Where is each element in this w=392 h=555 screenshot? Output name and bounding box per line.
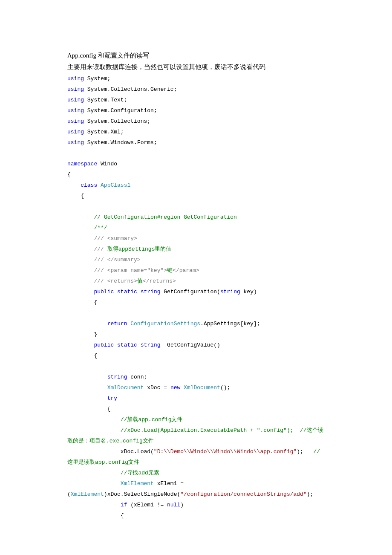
xml-comment: <param name="key">	[107, 267, 167, 274]
xml-comment: ///	[94, 257, 107, 263]
comment: 取得appSettings里的值	[104, 246, 172, 252]
xml-comment: <summary>	[107, 235, 137, 242]
code-text: {	[67, 353, 97, 359]
code-block: if (xElem1 != null) {	[67, 500, 325, 521]
code-text	[67, 416, 121, 423]
code-block: //xDoc.Load(Application.ExecutablePath +…	[67, 425, 325, 500]
xml-comment: ///	[94, 278, 107, 284]
code-text	[67, 480, 121, 487]
code-text: System;	[84, 75, 110, 82]
keyword: null	[167, 502, 180, 508]
document-page: App.config 和配置文件的读写 主要用来读取数据库连接，当然也可以设置其…	[0, 0, 392, 555]
code-text	[67, 321, 107, 327]
code-text: );	[297, 448, 313, 455]
code-text: {	[67, 299, 97, 306]
keyword: class	[81, 182, 97, 188]
code-text: );	[307, 491, 314, 497]
keyword: using	[67, 118, 84, 124]
code-text	[67, 384, 107, 391]
code-text: System.Xml;	[84, 129, 124, 135]
code-text: System.Text;	[84, 97, 127, 103]
code-text: System.Windows.Forms;	[84, 139, 157, 146]
code-text	[180, 384, 184, 391]
code-text	[67, 395, 107, 402]
keyword: using	[67, 107, 84, 114]
type: XmlDocument	[107, 384, 144, 391]
comment: 值	[137, 278, 143, 284]
code-text	[67, 342, 94, 348]
code-text: xDoc =	[144, 384, 170, 391]
xml-comment: </param>	[173, 267, 199, 274]
keyword: string	[141, 289, 161, 295]
code-text	[114, 289, 117, 295]
code-text: .AppSettings[key];	[200, 321, 260, 327]
code-text: key)	[240, 289, 257, 295]
code-text	[137, 342, 141, 348]
type: XmlElement	[121, 480, 154, 487]
code-text: System.Configuration;	[84, 107, 157, 114]
code-text	[67, 427, 121, 434]
keyword: if	[121, 502, 127, 508]
keyword: public	[94, 342, 114, 348]
code-text	[67, 257, 94, 263]
keyword: static	[117, 342, 137, 348]
code-text	[67, 374, 107, 380]
keyword: using	[67, 75, 84, 82]
code-text	[67, 182, 81, 188]
xml-comment: </summary>	[107, 257, 141, 263]
code-text: conn;	[127, 374, 147, 380]
comment: //寻找add元素	[121, 470, 159, 476]
keyword: using	[67, 129, 84, 135]
type: XmlElement	[71, 491, 104, 497]
code-text: )	[180, 502, 184, 508]
code-text: Windo	[97, 161, 117, 167]
code-text: {	[67, 406, 110, 412]
code-text: {	[67, 171, 71, 178]
code-text	[67, 225, 94, 231]
code-text: )xDoc.SelectSingleNode(	[104, 491, 180, 497]
keyword: string	[141, 342, 161, 348]
xml-comment: ///	[94, 235, 107, 242]
code-text: xDoc.Load(	[67, 448, 154, 455]
code-text	[67, 267, 94, 274]
code-text: GetConfigValue()	[160, 342, 220, 348]
code-block: using System; using System.Collections.G…	[67, 73, 325, 425]
code-text: (xElem1 !=	[127, 502, 167, 508]
comment: 键	[167, 267, 173, 274]
keyword: return	[107, 321, 127, 327]
keyword: using	[67, 86, 84, 92]
xml-comment: ///	[94, 267, 107, 274]
comment: // GetConfiguration#region GetConfigurat…	[94, 214, 236, 220]
string: "/configuration/connectionStrings/add"	[180, 491, 306, 497]
code-text	[67, 278, 94, 284]
code-text	[67, 502, 121, 508]
code-text: GetConfiguration(	[160, 289, 220, 295]
code-text: }	[67, 331, 97, 338]
keyword: namespace	[67, 161, 97, 167]
keyword: new	[170, 384, 180, 391]
xml-comment: <returns>	[107, 278, 137, 284]
code-text	[67, 235, 94, 242]
keyword: using	[67, 139, 84, 146]
keyword: public	[94, 289, 114, 295]
type: XmlDocument	[184, 384, 220, 391]
code-text: {	[67, 512, 124, 519]
code-text: System.Collections.Generic;	[84, 86, 177, 92]
document-description: 主要用来读取数据库连接，当然也可以设置其他项，废话不多说看代码	[67, 62, 325, 72]
code-text	[114, 342, 117, 348]
xml-comment: ///	[94, 246, 104, 252]
code-text	[97, 182, 101, 188]
type: AppClass1	[101, 182, 130, 188]
type: ConfigurationSettings	[130, 321, 200, 327]
keyword: static	[117, 289, 137, 295]
code-text	[67, 214, 94, 220]
comment: /**/	[94, 225, 107, 231]
keyword: using	[67, 97, 84, 103]
keyword: string	[220, 289, 240, 295]
xml-comment: </returns>	[143, 278, 176, 284]
code-text: {	[67, 193, 84, 199]
code-text	[67, 289, 94, 295]
string: "D:\\Demo\\Windo\\Windo\\Windo\\app.conf…	[154, 448, 297, 455]
keyword: string	[107, 374, 127, 380]
code-text: System.Collections;	[84, 118, 150, 124]
